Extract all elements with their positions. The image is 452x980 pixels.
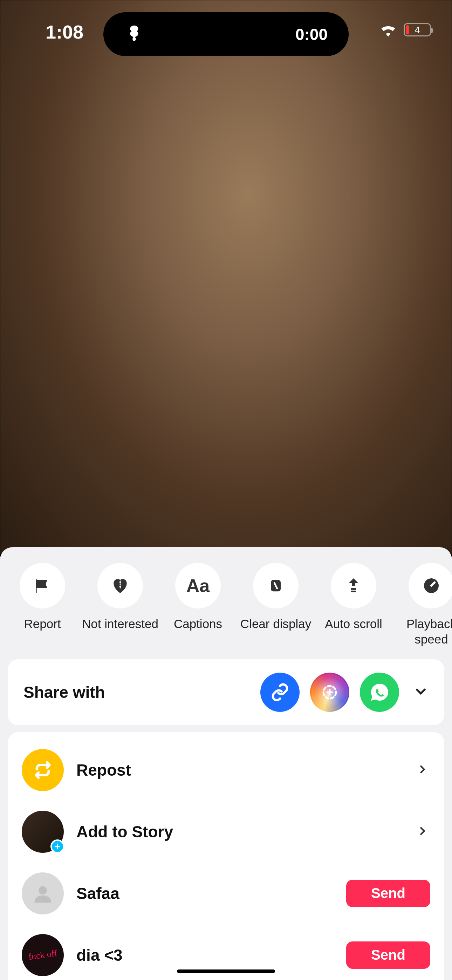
copy-link-button[interactable] <box>260 673 299 712</box>
dynamic-island[interactable]: 0:00 <box>103 12 349 56</box>
battery-icon: 4 <box>404 23 431 37</box>
contact-row: Safaa Send <box>8 862 444 924</box>
share-with-title: Share with <box>24 683 260 702</box>
share-sheet: Report Not interested Aa Captions Clear … <box>0 547 452 980</box>
expand-share-button[interactable] <box>413 684 428 701</box>
action-auto-scroll[interactable]: Auto scroll <box>315 563 392 647</box>
share-list: Repost Add to Story Safaa Send fuck off … <box>8 732 444 980</box>
action-not-interested[interactable]: Not interested <box>81 563 159 647</box>
share-with-card: Share with <box>8 659 444 725</box>
auto-scroll-icon <box>344 576 363 595</box>
broken-heart-icon <box>110 576 130 595</box>
send-button[interactable]: Send <box>346 880 430 907</box>
action-playback-speed[interactable]: Playback speed <box>392 563 452 647</box>
chevron-right-icon <box>416 763 430 777</box>
chevron-right-icon <box>416 825 430 839</box>
aa-icon: Aa <box>186 575 210 596</box>
story-avatar <box>22 811 64 853</box>
flag-icon <box>33 576 52 595</box>
status-time: 1:08 <box>46 21 83 43</box>
video-background <box>0 0 452 554</box>
island-timer: 0:00 <box>295 25 328 44</box>
home-indicator[interactable] <box>177 969 275 973</box>
action-clear-display[interactable]: Clear display <box>237 563 315 647</box>
contact-avatar: fuck off <box>22 934 64 976</box>
repost-row[interactable]: Repost <box>8 739 444 801</box>
svg-point-5 <box>38 886 46 894</box>
wifi-icon <box>379 23 397 37</box>
plus-badge-icon <box>51 840 64 853</box>
island-app-icon <box>124 24 144 45</box>
contact-avatar <box>22 872 64 915</box>
action-report[interactable]: Report <box>3 563 81 647</box>
whatsapp-button[interactable] <box>360 673 399 712</box>
gauge-icon <box>422 576 441 595</box>
action-row[interactable]: Report Not interested Aa Captions Clear … <box>0 563 452 652</box>
send-button[interactable]: Send <box>346 942 430 969</box>
action-captions[interactable]: Aa Captions <box>159 563 237 647</box>
add-to-story-row[interactable]: Add to Story <box>8 801 444 862</box>
repost-icon <box>22 749 64 791</box>
eraser-icon <box>266 576 286 595</box>
instagram-story-button[interactable] <box>310 673 349 712</box>
